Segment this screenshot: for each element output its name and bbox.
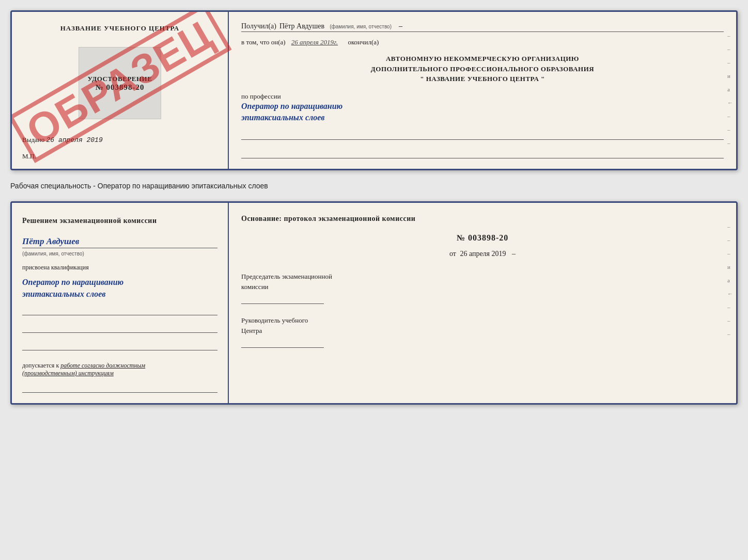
edge2-8: – bbox=[727, 317, 733, 324]
vtom-line: в том, что он(а) 26 апреля 2019г. окончи… bbox=[241, 38, 724, 46]
rukovoditel-block: Руководитель учебногоЦентра bbox=[241, 315, 724, 348]
edge-9: – bbox=[727, 140, 733, 146]
ot-date: от 26 апреля 2019 – bbox=[241, 250, 724, 258]
right-edge-marks-1: – – – и а ← – – – bbox=[727, 33, 733, 146]
edge-4: и bbox=[727, 73, 733, 79]
udostoverenie-label: УДОСТОВЕРЕНИЕ bbox=[88, 75, 152, 83]
edge2-6: ← bbox=[727, 291, 733, 297]
underline-left-4 bbox=[22, 383, 217, 393]
dopuskaetsya-block: допускается к работе согласно должностны… bbox=[22, 362, 217, 377]
dash-1: – bbox=[399, 22, 402, 30]
mp-label: М.П. bbox=[22, 152, 217, 161]
org-block: АВТОНОМНУЮ НЕКОММЕРЧЕСКУЮ ОРГАНИЗАЦИЮ ДО… bbox=[241, 54, 724, 84]
org-line1: АВТОНОМНУЮ НЕКОММЕРЧЕСКУЮ ОРГАНИЗАЦИЮ bbox=[241, 54, 724, 64]
document-card-2: Решением экзаменационной комиссии Пётр А… bbox=[10, 201, 738, 405]
edge-2: – bbox=[727, 46, 733, 52]
org-line3: " НАЗВАНИЕ УЧЕБНОГО ЦЕНТРА " bbox=[241, 74, 724, 84]
separator-label: Рабочая специальность - Оператор по нара… bbox=[10, 180, 738, 192]
edge-1: – bbox=[727, 33, 733, 39]
right-edge-marks-2: – – – и а ← – – – bbox=[727, 223, 733, 337]
udostoverenie-number: № 003898-20 bbox=[88, 83, 152, 92]
edge-3: – bbox=[727, 59, 733, 66]
edge2-7: – bbox=[727, 304, 733, 310]
vydano-date: 26 апреля 2019 bbox=[46, 136, 103, 144]
underline-left-2 bbox=[22, 324, 217, 333]
predsedatel-sign-line bbox=[241, 294, 324, 304]
fio-label-1: (фамилия, имя, отчество) bbox=[330, 24, 392, 29]
prisvoena-text: присвоена квалификация bbox=[22, 264, 217, 271]
edge2-1: – bbox=[727, 223, 733, 230]
protocol-number: № 003898-20 bbox=[241, 233, 724, 243]
vydano-line: Выдано 26 апреля 2019 bbox=[22, 136, 217, 144]
edge2-5: а bbox=[727, 277, 733, 283]
org-line2: ДОПОЛНИТЕЛЬНОГО ПРОФЕССИОНАЛЬНОГО ОБРАЗО… bbox=[241, 64, 724, 74]
underline-row-1 bbox=[241, 131, 724, 140]
poluchil-row: Получил(а) Пётр Авдушев (фамилия, имя, о… bbox=[241, 22, 724, 32]
page-wrapper: НАЗВАНИЕ УЧЕБНОГО ЦЕНТРА УДОСТОВЕРЕНИЕ №… bbox=[10, 10, 738, 405]
edge-5: а bbox=[727, 86, 733, 92]
vtom-date: 26 апреля 2019г. bbox=[291, 38, 338, 46]
kvalf-handwritten: Оператор по наращиваниюэпитаксиальных сл… bbox=[22, 277, 217, 300]
edge-6: ← bbox=[727, 100, 733, 106]
vtom-prefix: в том, что он(а) bbox=[241, 38, 286, 46]
fio-sub-2: (фамилия, имя, отчество) bbox=[22, 251, 84, 257]
profession-handwritten: Оператор по наращиваниюэпитаксиальных сл… bbox=[241, 102, 342, 122]
predsedatel-label: Председатель экзаменационнойкомиссии bbox=[241, 273, 332, 291]
edge-7: – bbox=[727, 113, 733, 119]
name-block-2: Пётр Авдушев (фамилия, имя, отчество) bbox=[22, 234, 217, 258]
vydano-prefix: Выдано bbox=[22, 136, 44, 143]
underline-row-2 bbox=[241, 149, 724, 158]
ot-date-value: 26 апреля 2019 bbox=[460, 250, 506, 258]
okochnil-suffix: окончил(а) bbox=[348, 38, 379, 46]
underline-left-3 bbox=[22, 341, 217, 350]
dopuskaetsya-prefix: допускается к bbox=[22, 362, 59, 369]
stamp-area: УДОСТОВЕРЕНИЕ № 003898-20 ОБРАЗЕЦ bbox=[22, 39, 217, 127]
card2-left: Решением экзаменационной комиссии Пётр А… bbox=[12, 203, 229, 403]
recipient-name: Пётр Авдушев bbox=[279, 22, 324, 30]
udostoverenie-block: УДОСТОВЕРЕНИЕ № 003898-20 bbox=[88, 75, 152, 92]
poluchil-prefix: Получил(а) bbox=[241, 22, 276, 30]
ot-prefix: от bbox=[449, 250, 456, 258]
edge2-2: – bbox=[727, 237, 733, 243]
osnovanie-text: Основание: протокол экзаменационной коми… bbox=[241, 213, 724, 224]
edge2-4: и bbox=[727, 264, 733, 270]
ot-dash: – bbox=[512, 250, 516, 258]
card1-left-title: НАЗВАНИЕ УЧЕБНОГО ЦЕНТРА bbox=[22, 24, 217, 33]
card2-right: Основание: протокол экзаменационной коми… bbox=[229, 203, 736, 403]
underline-left-1 bbox=[22, 306, 217, 315]
resheniem-text: Решением экзаменационной комиссии bbox=[22, 215, 217, 226]
document-card-1: НАЗВАНИЕ УЧЕБНОГО ЦЕНТРА УДОСТОВЕРЕНИЕ №… bbox=[10, 10, 738, 170]
name-handwritten-2: Пётр Авдушев bbox=[22, 236, 217, 248]
rukovoditel-label: Руководитель учебногоЦентра bbox=[241, 316, 308, 334]
card1-left: НАЗВАНИЕ УЧЕБНОГО ЦЕНТРА УДОСТОВЕРЕНИЕ №… bbox=[12, 12, 229, 169]
po-professii-label: по профессии bbox=[241, 92, 281, 100]
rukovoditel-sign-line bbox=[241, 338, 324, 348]
edge2-3: – bbox=[727, 250, 733, 257]
card1-right: Получил(а) Пётр Авдушев (фамилия, имя, о… bbox=[229, 12, 736, 169]
edge2-9: – bbox=[727, 331, 733, 337]
edge-8: – bbox=[727, 126, 733, 133]
professia-block: по профессии Оператор по наращиваниюэпит… bbox=[241, 92, 724, 124]
predsedatel-block: Председатель экзаменационнойкомиссии bbox=[241, 271, 724, 304]
